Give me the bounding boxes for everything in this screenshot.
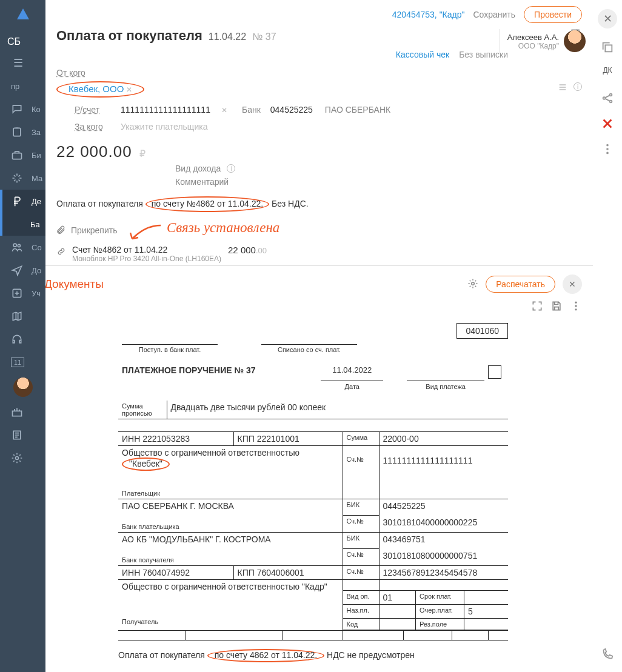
panel-close-button[interactable]: ✕ [598,9,617,28]
cash-receipt-link[interactable]: Кассовый чек [396,50,449,59]
svg-point-7 [16,457,19,460]
account-label[interactable]: Р/счет [75,105,113,115]
kpp2: КПП 7604006001 [233,565,343,579]
sidebar-item-calendar[interactable]: 11 [0,351,45,374]
payer-name: Общество с ограниченной ответственностью… [118,445,343,473]
comment-label[interactable]: Комментарий [175,177,229,187]
inn2: ИНН 7604074992 [118,565,233,579]
clipboard-icon [11,126,23,138]
share-icon[interactable] [601,91,614,105]
save-icon[interactable] [550,300,563,312]
right-rail: ✕ ДК [593,0,622,672]
docs-close-button[interactable]: ✕ [563,274,582,294]
svg-point-19 [575,308,577,310]
inn1: ИНН 2221053283 [118,431,233,445]
sidebar-item-map[interactable] [0,305,45,328]
account-clear-icon[interactable]: ✕ [221,106,227,115]
linked-amount: 22 000.00 [228,245,582,255]
sidebar-hamburger-icon[interactable]: ☰ [0,56,45,70]
bank-in-label: Поступ. в банк плат. [122,344,218,353]
sidebar-item-6[interactable]: Ба [0,213,45,236]
for-placeholder[interactable]: Укажите плательщика [121,122,207,131]
copy-icon[interactable] [601,41,614,54]
user-avatar[interactable] [564,30,586,52]
sidebar-item-0[interactable]: пр [0,75,45,98]
sidebar-item-8[interactable]: До [0,259,45,282]
svg-rect-0 [13,128,21,136]
chip-clear-icon[interactable]: ✕ [126,85,132,94]
sidebar-item-widget[interactable] [0,401,45,424]
more-vert-icon[interactable] [570,300,582,312]
delete-icon[interactable] [601,117,614,130]
docs-settings-icon[interactable] [467,278,478,291]
sidebar-item-7[interactable]: Со [0,236,45,259]
from-value-chip[interactable]: Квебек, ООО✕ [56,81,144,98]
sch-label: Сч.№ [343,549,379,566]
app-logo[interactable] [14,6,32,24]
more-icon[interactable] [601,142,614,156]
ruble-icon [11,195,23,207]
svg-point-2 [13,244,16,247]
amount-value[interactable]: 22 000.00 [56,142,132,161]
payer-acct: 1111111111111111111 [379,445,508,499]
save-button[interactable]: Сохранить [473,10,515,19]
bic-label: БИК [343,499,379,516]
dk-button[interactable]: ДК [603,66,612,79]
summa-value: 22000-00 [379,431,508,445]
linked-document[interactable]: Счет №4862 от 11.04.22 Моноблок HP Pro 3… [56,242,582,268]
sidebar-item-notes[interactable] [0,424,45,447]
info-icon[interactable]: i [227,164,235,173]
date-label: Дата [321,381,383,392]
sidebar-item-1[interactable]: Ко [0,98,45,121]
title-date: 11.04.22 [209,32,246,42]
sch-label: Сч.№ [343,445,379,499]
sch-label: Сч.№ [343,565,379,579]
income-type-label[interactable]: Вид дохода [175,164,221,173]
svg-point-9 [603,97,606,99]
sidebar-item-9[interactable]: Уч [0,282,45,305]
spark-icon [11,172,23,184]
submit-button[interactable]: Провести [524,6,582,23]
left-sidebar: СБ ☰ пр Ко За Би Ма Де Ба Со До Уч 11 [0,0,45,672]
sidebar-item-headset[interactable] [0,328,45,351]
sidebar-item-5[interactable]: Де [0,190,45,213]
doc-id-link[interactable]: 420454753, "Кадр" [392,10,465,19]
gear-icon [11,452,23,464]
attach-button[interactable]: Прикрепить [56,225,582,235]
sidebar-item-3[interactable]: Би [0,144,45,167]
documents-toolbar [33,300,593,317]
svg-point-11 [610,101,612,103]
bic2: 043469751 [379,532,508,549]
currency-symbol: ₽ [139,148,145,159]
account-value[interactable]: 1111111111111111111 [121,105,210,115]
print-button[interactable]: Распечатать [486,276,555,293]
sidebar-item-2[interactable]: За [0,121,45,144]
fullscreen-icon[interactable] [531,300,543,312]
payment-type-label: Вид платежа [407,381,485,392]
map-icon [11,310,23,322]
calendar-date-icon: 11 [11,358,24,367]
info-icon[interactable]: i [574,82,582,91]
form-body: От кого Квебек, ООО✕ i Р/счет 1111111111… [45,64,593,275]
for-label[interactable]: За кого [75,122,113,131]
sidebar-item-settings[interactable] [0,447,45,470]
bank-bic[interactable]: 044525225 [270,105,313,115]
from-label[interactable]: От кого [56,68,95,78]
svg-point-18 [575,305,577,307]
payer-label: Плательщик [118,473,343,499]
chat-icon [11,103,23,115]
sidebar-item-4[interactable]: Ма [0,167,45,190]
title-main: Оплата от покупателя [56,28,202,44]
vid-op-label: Вид оп. [343,590,379,604]
sidebar-avatar[interactable] [13,378,33,397]
send-icon [11,264,23,276]
svg-point-16 [472,282,475,285]
recv-name: Общество с ограниченной ответственностью… [118,579,343,630]
po-date: 11.04.2022 [321,364,383,381]
bank-out-label: Списано со сч. плат. [261,344,357,353]
corr2: 30101810800000000751 [379,549,508,566]
bic-label: БИК [343,532,379,549]
phone-icon[interactable] [601,648,614,661]
plus-box-icon [11,287,23,299]
list-icon[interactable] [558,82,567,94]
